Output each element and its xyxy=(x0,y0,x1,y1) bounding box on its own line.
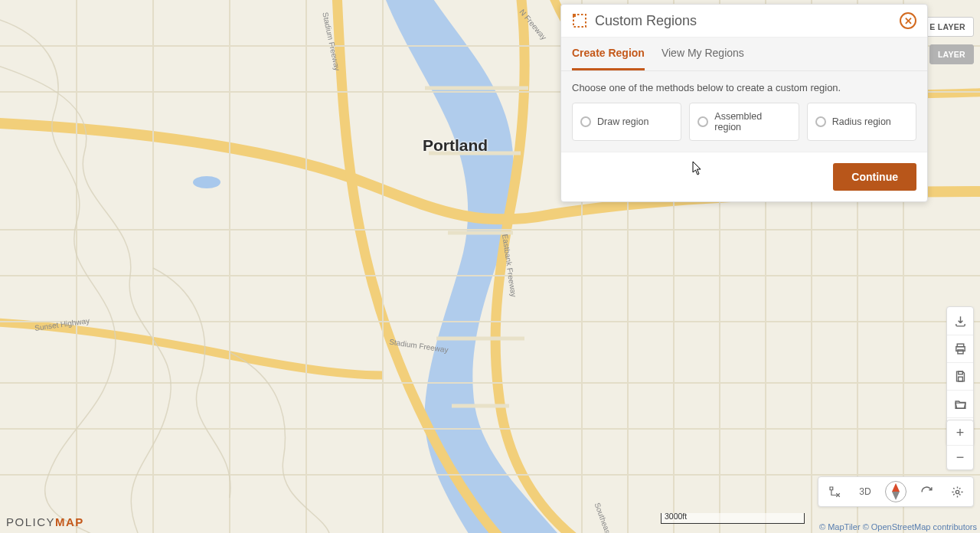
map-control-bar: 3D xyxy=(818,476,974,507)
base-layer-button[interactable]: E LAYER xyxy=(921,17,974,37)
zoom-controls: + − xyxy=(946,420,974,470)
radio-icon xyxy=(697,116,708,127)
svg-rect-3 xyxy=(573,14,576,17)
refresh-button[interactable] xyxy=(913,480,939,503)
compass-icon xyxy=(885,481,906,502)
tab-create-region[interactable]: Create Region xyxy=(572,38,645,70)
radio-icon xyxy=(815,116,826,127)
logo-part-b: MAP xyxy=(55,515,84,528)
close-icon: ✕ xyxy=(904,15,913,27)
option-draw-region[interactable]: Draw region xyxy=(572,103,681,141)
close-button[interactable]: ✕ xyxy=(900,12,916,29)
3d-toggle-button[interactable]: 3D xyxy=(852,480,878,503)
scale-bar: 3000ft xyxy=(661,513,805,524)
custom-region-icon xyxy=(572,13,587,28)
plus-icon: + xyxy=(956,425,965,441)
option-draw-label: Draw region xyxy=(597,116,648,127)
select-tool-button[interactable] xyxy=(822,480,848,503)
open-button[interactable] xyxy=(947,390,973,417)
option-radius-label: Radius region xyxy=(832,116,891,127)
radio-icon xyxy=(580,116,591,127)
compass-button[interactable] xyxy=(883,480,909,503)
panel-tabs: Create Region View My Regions xyxy=(561,38,927,71)
option-radius-region[interactable]: Radius region xyxy=(807,103,916,141)
settings-button[interactable] xyxy=(944,480,970,503)
zoom-out-button[interactable]: − xyxy=(947,445,973,469)
option-assembled-label: Assembled region xyxy=(714,111,790,132)
svg-rect-8 xyxy=(958,377,962,381)
svg-rect-7 xyxy=(958,371,962,374)
tab-view-my-regions[interactable]: View My Regions xyxy=(662,38,744,70)
download-button[interactable] xyxy=(947,307,973,335)
continue-button[interactable]: Continue xyxy=(833,163,916,191)
panel-instruction: Choose one of the methods below to creat… xyxy=(572,82,916,93)
minus-icon: − xyxy=(956,450,965,466)
svg-point-12 xyxy=(956,490,959,493)
save-button[interactable] xyxy=(947,362,973,390)
panel-title: Custom Regions xyxy=(595,13,900,29)
option-assembled-region[interactable]: Assembled region xyxy=(689,103,799,141)
custom-regions-panel: Custom Regions ✕ Create Region View My R… xyxy=(560,4,928,202)
map-city-label: Portland xyxy=(423,136,488,155)
print-button[interactable] xyxy=(947,335,973,362)
add-layer-button[interactable]: LAYER xyxy=(929,44,974,64)
svg-point-1 xyxy=(193,176,220,188)
logo-part-a: POLICY xyxy=(6,515,55,528)
policymap-logo: POLICYMAP xyxy=(6,515,84,528)
zoom-in-button[interactable]: + xyxy=(947,420,973,445)
map-attribution: © MapTiler © OpenStreetMap contributors xyxy=(819,522,977,531)
